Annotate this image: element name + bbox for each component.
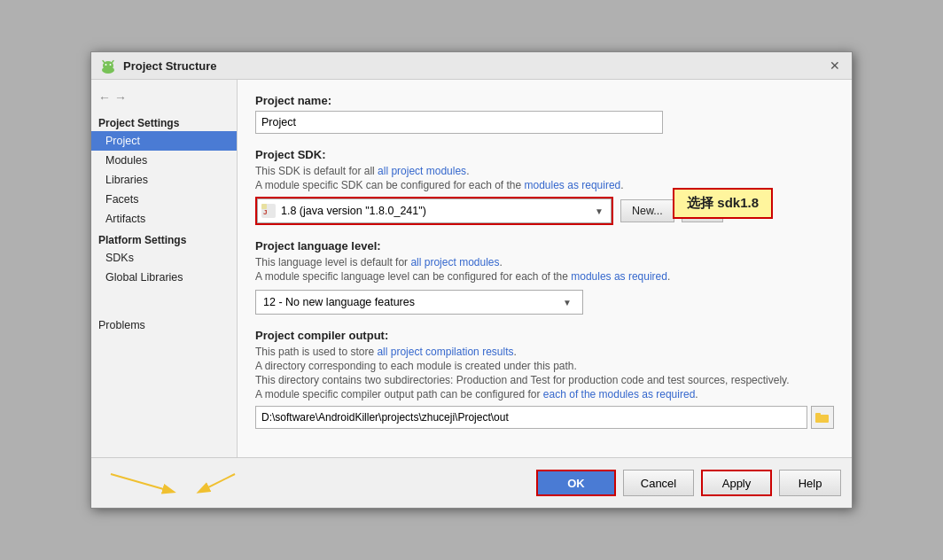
svg-line-12 (111, 474, 173, 492)
java-icon: J (261, 204, 276, 218)
forward-arrow[interactable]: → (114, 90, 127, 105)
lang-dropdown[interactable]: 12 - No new language features ▼ (255, 290, 583, 315)
sdk-dropdown-wrapper: J 1.8 (java version "1.8.0_241") ▼ (255, 197, 613, 225)
project-name-section: Project name: (255, 94, 834, 134)
sidebar: ← → Project Settings Project Modules Lib… (91, 80, 238, 457)
project-sdk-label: Project SDK: (255, 148, 834, 161)
sdk-dropdown[interactable]: J 1.8 (java version "1.8.0_241") ▼ (257, 198, 612, 223)
sdk-new-button[interactable]: New... (620, 199, 674, 222)
sdk-tooltip: 选择 sdk1.8 (673, 188, 773, 219)
android-icon (100, 58, 116, 74)
platform-settings-section: Platform Settings (91, 229, 237, 248)
apply-button[interactable]: Apply (701, 470, 772, 496)
svg-line-13 (199, 474, 235, 492)
lang-value: 12 - No new language features (263, 296, 415, 308)
folder-icon (815, 411, 830, 424)
compiler-output-label: Project compiler output: (255, 329, 834, 342)
svg-point-3 (110, 64, 112, 66)
lang-chevron-down-icon: ▼ (563, 298, 575, 307)
close-icon[interactable]: ✕ (827, 58, 843, 74)
svg-rect-8 (261, 204, 267, 209)
yellow-arrow-decoration (102, 465, 261, 501)
sdk-chevron-down-icon: ▼ (595, 206, 607, 216)
compiler-desc1: This path is used to store all project c… (255, 346, 834, 358)
svg-line-4 (103, 61, 105, 64)
cancel-button[interactable]: Cancel (623, 470, 694, 496)
sidebar-item-modules[interactable]: Modules (91, 151, 237, 170)
sdk-dropdown-text: J 1.8 (java version "1.8.0_241") (261, 204, 426, 218)
project-sdk-section: Project SDK: This SDK is default for all… (255, 148, 834, 225)
main-content: Project name: Project SDK: This SDK is d… (238, 80, 852, 457)
compiler-desc4: A module specific compiler output path c… (255, 388, 834, 401)
sidebar-item-libraries[interactable]: Libraries (91, 170, 237, 190)
sdk-row: J 1.8 (java version "1.8.0_241") ▼ 选择 sd… (255, 197, 834, 225)
dialog-title: Project Structure (123, 59, 216, 73)
svg-rect-10 (815, 413, 821, 416)
lang-desc1: This language level is default for all p… (255, 256, 834, 268)
compiler-output-row (255, 406, 834, 429)
svg-point-2 (105, 64, 107, 66)
project-lang-section: Project language level: This language le… (255, 239, 834, 315)
footer-arrows (102, 465, 261, 501)
svg-text:J: J (263, 208, 267, 216)
titlebar: Project Structure ✕ (91, 52, 852, 80)
folder-browse-button[interactable] (811, 406, 834, 429)
sidebar-item-project[interactable]: Project (91, 131, 237, 151)
project-name-label: Project name: (255, 94, 834, 107)
compiler-output-input[interactable] (255, 406, 807, 429)
project-structure-dialog: Project Structure ✕ ← → Project Settings… (90, 51, 853, 509)
titlebar-left: Project Structure (100, 58, 216, 74)
ok-button[interactable]: OK (536, 470, 616, 496)
sidebar-item-facets[interactable]: Facets (91, 190, 237, 209)
project-name-input[interactable] (255, 111, 663, 134)
nav-arrows: ← → (91, 87, 237, 112)
sidebar-item-global-libraries[interactable]: Global Libraries (91, 268, 237, 287)
project-lang-label: Project language level: (255, 239, 834, 253)
sidebar-item-artifacts[interactable]: Artifacts (91, 209, 237, 229)
dialog-footer: OK Cancel Apply Help (91, 457, 852, 508)
compiler-desc3: This directory contains two subdirectori… (255, 374, 834, 386)
project-settings-section: Project Settings (91, 112, 237, 131)
compiler-desc2: A directory corresponding to each module… (255, 360, 834, 372)
lang-desc2: A module specific language level can be … (255, 270, 834, 283)
sidebar-item-problems[interactable]: Problems (91, 314, 237, 337)
sdk-value: 1.8 (java version "1.8.0_241") (281, 205, 426, 217)
svg-line-5 (112, 61, 113, 64)
sdk-dropdown-container: J 1.8 (java version "1.8.0_241") ▼ 选择 sd… (255, 197, 613, 225)
help-button[interactable]: Help (779, 470, 841, 496)
lang-dropdown-wrapper: 12 - No new language features ▼ (255, 290, 583, 315)
dialog-body: ← → Project Settings Project Modules Lib… (91, 80, 852, 457)
sdk-desc1: This SDK is default for all all project … (255, 165, 834, 177)
sidebar-item-sdks[interactable]: SDKs (91, 248, 237, 268)
back-arrow[interactable]: ← (98, 90, 111, 105)
compiler-output-section: Project compiler output: This path is us… (255, 329, 834, 429)
